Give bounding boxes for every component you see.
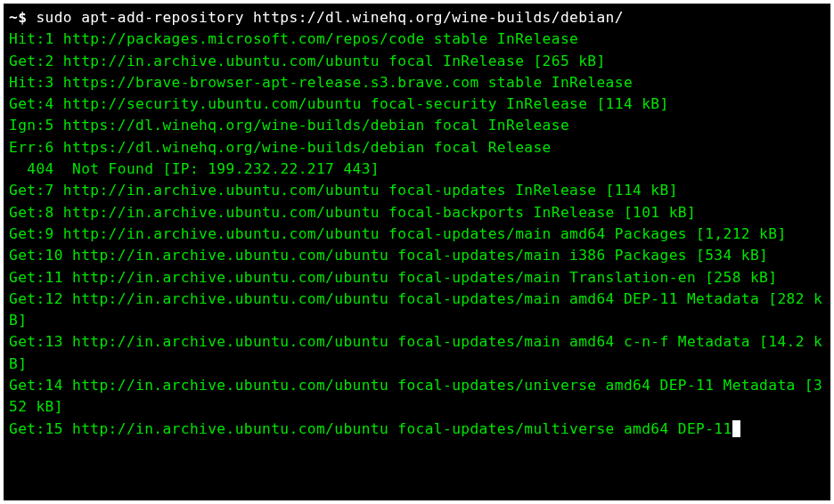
- output-line: Err:6 https://dl.winehq.org/wine-builds/…: [9, 137, 825, 159]
- output-line: Hit:1 http://packages.microsoft.com/repo…: [9, 28, 825, 50]
- output-line: Get:15 http://in.archive.ubuntu.com/ubun…: [9, 419, 825, 440]
- prompt-symbol: ~$: [9, 9, 36, 26]
- output-line: Get:13 http://in.archive.ubuntu.com/ubun…: [9, 331, 825, 375]
- output-line: 404 Not Found [IP: 199.232.22.217 443]: [9, 159, 825, 180]
- output-line: Ign:5 https://dl.winehq.org/wine-builds/…: [9, 115, 825, 136]
- output-line: Hit:3 https://brave-browser-apt-release.…: [9, 72, 825, 93]
- output-line: Get:4 http://security.ubuntu.com/ubuntu …: [9, 93, 825, 115]
- prompt-line: ~$ sudo apt-add-repository https://dl.wi…: [9, 7, 825, 28]
- output-line: Get:2 http://in.archive.ubuntu.com/ubunt…: [9, 51, 825, 72]
- terminal-window[interactable]: ~$ sudo apt-add-repository https://dl.wi…: [4, 4, 830, 500]
- output-line: Get:12 http://in.archive.ubuntu.com/ubun…: [9, 289, 825, 332]
- output-line: Get:8 http://in.archive.ubuntu.com/ubunt…: [9, 202, 825, 224]
- output-line: Get:10 http://in.archive.ubuntu.com/ubun…: [9, 245, 825, 266]
- output-line: Get:7 http://in.archive.ubuntu.com/ubunt…: [9, 180, 825, 201]
- output-text: Get:15 http://in.archive.ubuntu.com/ubun…: [9, 420, 732, 437]
- cursor: [732, 420, 740, 437]
- output-line: Get:14 http://in.archive.ubuntu.com/ubun…: [9, 375, 825, 419]
- output-line: Get:9 http://in.archive.ubuntu.com/ubunt…: [9, 224, 825, 245]
- output-line: Get:11 http://in.archive.ubuntu.com/ubun…: [9, 267, 825, 289]
- command-text: sudo apt-add-repository https://dl.wineh…: [36, 9, 623, 26]
